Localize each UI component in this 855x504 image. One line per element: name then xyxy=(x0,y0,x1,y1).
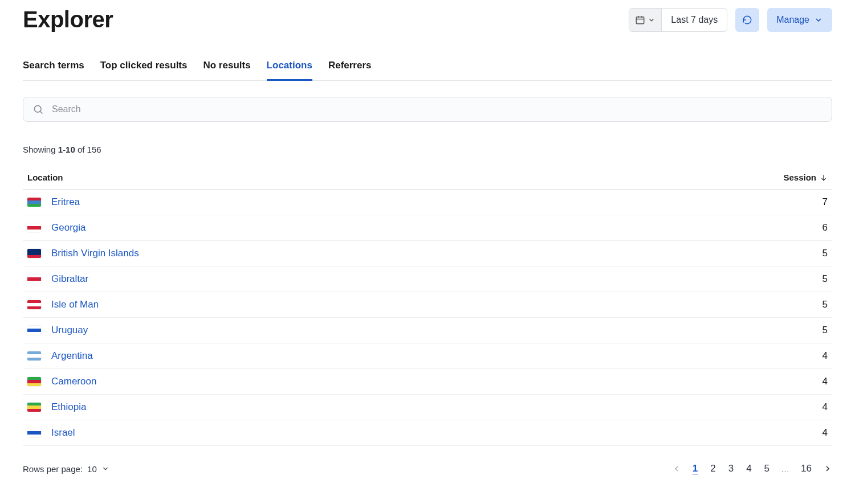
flag-icon xyxy=(27,223,41,232)
tab-top-clicked-results[interactable]: Top clicked results xyxy=(100,60,188,81)
header-controls: Last 7 days Manage xyxy=(629,8,832,32)
session-cell: 4 xyxy=(584,420,832,446)
svg-line-5 xyxy=(40,111,42,113)
pagination-page[interactable]: 2 xyxy=(709,462,716,476)
pagination-page[interactable]: 5 xyxy=(763,462,771,476)
location-link[interactable]: Cameroon xyxy=(51,376,96,387)
location-link[interactable]: Georgia xyxy=(51,222,85,233)
location-cell: British Virgin Islands xyxy=(23,241,584,267)
location-cell: Israel xyxy=(23,420,584,446)
location-link[interactable]: Isle of Man xyxy=(51,299,99,310)
calendar-icon xyxy=(635,15,645,25)
showing-prefix: Showing xyxy=(23,145,58,154)
manage-button[interactable]: Manage xyxy=(767,8,832,32)
flag-icon xyxy=(27,326,41,335)
showing-total: 156 xyxy=(87,145,101,154)
svg-rect-0 xyxy=(637,17,645,23)
table-row: Argentina4 xyxy=(23,343,832,369)
flag-icon xyxy=(27,351,41,360)
location-cell: Uruguay xyxy=(23,318,584,343)
flag-icon xyxy=(27,300,41,309)
table-row: Cameroon4 xyxy=(23,369,832,395)
location-link[interactable]: Gibraltar xyxy=(51,273,88,285)
rows-per-page-selector[interactable]: Rows per page: 10 xyxy=(23,464,109,474)
table-row: British Virgin Islands5 xyxy=(23,241,832,267)
manage-button-label: Manage xyxy=(776,15,809,25)
pagination-prev xyxy=(672,464,681,473)
showing-range: 1-10 xyxy=(58,145,75,154)
session-cell: 5 xyxy=(584,267,832,292)
search-icon xyxy=(32,104,44,115)
locations-table: Location Session Eritrea7Georgia6British… xyxy=(23,166,832,446)
col-location[interactable]: Location xyxy=(23,166,584,190)
search-input[interactable] xyxy=(52,104,823,114)
session-cell: 5 xyxy=(584,292,832,318)
pagination: 12345…16 xyxy=(672,462,832,476)
table-row: Georgia6 xyxy=(23,215,832,241)
location-link[interactable]: Ethiopia xyxy=(51,401,86,413)
session-cell: 4 xyxy=(584,369,832,395)
tab-no-results[interactable]: No results xyxy=(203,60,250,81)
arrow-down-icon xyxy=(820,174,828,182)
tabs: Search termsTop clicked resultsNo result… xyxy=(23,60,832,81)
pagination-page[interactable]: 4 xyxy=(745,462,752,476)
table-footer: Rows per page: 10 12345…16 xyxy=(23,462,832,476)
session-cell: 4 xyxy=(584,343,832,369)
results-count: Showing 1-10 of 156 xyxy=(23,145,832,154)
pagination-page[interactable]: 16 xyxy=(800,462,813,476)
pagination-page[interactable]: 3 xyxy=(727,462,735,476)
flag-icon xyxy=(27,428,41,437)
session-cell: 4 xyxy=(584,395,832,420)
showing-of: of xyxy=(75,145,87,154)
tab-locations[interactable]: Locations xyxy=(267,60,312,81)
location-link[interactable]: Eritrea xyxy=(51,196,80,208)
refresh-icon xyxy=(742,15,752,25)
flag-icon xyxy=(27,377,41,386)
table-row: Gibraltar5 xyxy=(23,267,832,292)
location-cell: Ethiopia xyxy=(23,395,584,420)
rows-per-page-value: 10 xyxy=(87,464,97,474)
table-row: Uruguay5 xyxy=(23,318,832,343)
location-link[interactable]: Argentina xyxy=(51,350,93,362)
table-row: Isle of Man5 xyxy=(23,292,832,318)
col-session-label: Session xyxy=(783,173,816,182)
flag-icon xyxy=(27,403,41,412)
location-cell: Georgia xyxy=(23,215,584,241)
page-title: Explorer xyxy=(23,7,113,32)
location-cell: Gibraltar xyxy=(23,267,584,292)
table-row: Eritrea7 xyxy=(23,190,832,215)
chevron-down-icon xyxy=(648,16,656,24)
rows-per-page-label: Rows per page: xyxy=(23,464,83,474)
date-range-picker[interactable]: Last 7 days xyxy=(629,8,727,32)
search-box[interactable] xyxy=(23,97,832,122)
session-cell: 6 xyxy=(584,215,832,241)
refresh-button[interactable] xyxy=(735,8,759,32)
table-row: Israel4 xyxy=(23,420,832,446)
col-session[interactable]: Session xyxy=(584,166,832,190)
location-cell: Argentina xyxy=(23,343,584,369)
pagination-next[interactable] xyxy=(823,464,832,473)
table-row: Ethiopia4 xyxy=(23,395,832,420)
chevron-down-icon xyxy=(814,15,823,24)
tab-search-terms[interactable]: Search terms xyxy=(23,60,84,81)
location-link[interactable]: Israel xyxy=(51,427,75,439)
calendar-icon-section xyxy=(629,9,662,31)
tab-referrers[interactable]: Referrers xyxy=(328,60,372,81)
page-header: Explorer Last 7 days Manage xyxy=(23,7,832,32)
date-range-label: Last 7 days xyxy=(662,15,727,25)
session-cell: 5 xyxy=(584,318,832,343)
flag-icon xyxy=(27,249,41,258)
flag-icon xyxy=(27,274,41,284)
svg-point-4 xyxy=(34,105,41,112)
location-link[interactable]: Uruguay xyxy=(51,325,88,336)
location-cell: Isle of Man xyxy=(23,292,584,318)
flag-icon xyxy=(27,198,41,207)
location-cell: Eritrea xyxy=(23,190,584,215)
location-cell: Cameroon xyxy=(23,369,584,395)
session-cell: 7 xyxy=(584,190,832,215)
pagination-ellipsis: … xyxy=(781,464,789,474)
location-link[interactable]: British Virgin Islands xyxy=(51,248,139,259)
session-cell: 5 xyxy=(584,241,832,267)
pagination-page[interactable]: 1 xyxy=(691,462,699,476)
chevron-down-icon xyxy=(101,465,109,473)
